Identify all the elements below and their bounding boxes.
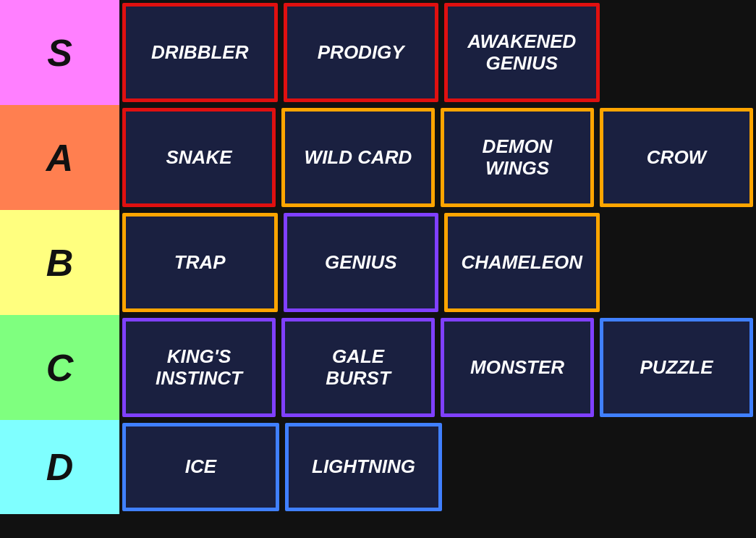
tier-cells-d: ICELIGHTNING: [119, 420, 756, 514]
cell-c-0: KING'SINSTINCT: [122, 318, 276, 417]
tier-list: SDRIBBLERPRODIGYAWAKENEDGENIUSASNAKEWILD…: [0, 0, 756, 538]
tier-label-c: C: [0, 315, 119, 420]
cell-c-3: PUZZLE: [600, 318, 753, 417]
cell-b-0: TRAP: [122, 213, 278, 312]
cell-a-1: WILD CARD: [281, 108, 435, 207]
cell-c-2: MONSTER: [441, 318, 594, 417]
cell-b-1: GENIUS: [284, 213, 439, 312]
cell-s-0: DRIBBLER: [122, 3, 278, 102]
cell-empty-b-3: [606, 213, 754, 312]
cell-a-3: CROW: [600, 108, 753, 207]
tier-row-b: BTRAPGENIUSCHAMELEON: [0, 210, 756, 315]
cell-empty-d-3: [603, 423, 753, 511]
tier-row-a: ASNAKEWILD CARDDEMONWINGSCROW: [0, 105, 756, 210]
cell-s-2: AWAKENEDGENIUS: [444, 3, 600, 102]
tier-row-d: DICELIGHTNING: [0, 420, 756, 514]
cell-empty-s-3: [606, 3, 754, 102]
tier-label-s: S: [0, 0, 119, 105]
cell-d-0: ICE: [122, 423, 279, 511]
tier-cells-a: SNAKEWILD CARDDEMONWINGSCROW: [119, 105, 756, 210]
cell-a-2: DEMONWINGS: [441, 108, 594, 207]
tier-cells-b: TRAPGENIUSCHAMELEON: [119, 210, 756, 315]
cell-d-1: LIGHTNING: [285, 423, 442, 511]
tier-label-b: B: [0, 210, 119, 315]
cell-empty-d-2: [448, 423, 598, 511]
tier-cells-c: KING'SINSTINCTGALEBURSTMONSTERPUZZLE: [119, 315, 756, 420]
tier-row-c: CKING'SINSTINCTGALEBURSTMONSTERPUZZLE: [0, 315, 756, 420]
cell-s-1: PRODIGY: [284, 3, 439, 102]
tier-label-d: D: [0, 420, 119, 514]
cell-b-2: CHAMELEON: [444, 213, 600, 312]
tier-row-s: SDRIBBLERPRODIGYAWAKENEDGENIUS: [0, 0, 756, 105]
cell-a-0: SNAKE: [122, 108, 276, 207]
cell-c-1: GALEBURST: [281, 318, 435, 417]
tier-cells-s: DRIBBLERPRODIGYAWAKENEDGENIUS: [119, 0, 756, 105]
tier-label-a: A: [0, 105, 119, 210]
